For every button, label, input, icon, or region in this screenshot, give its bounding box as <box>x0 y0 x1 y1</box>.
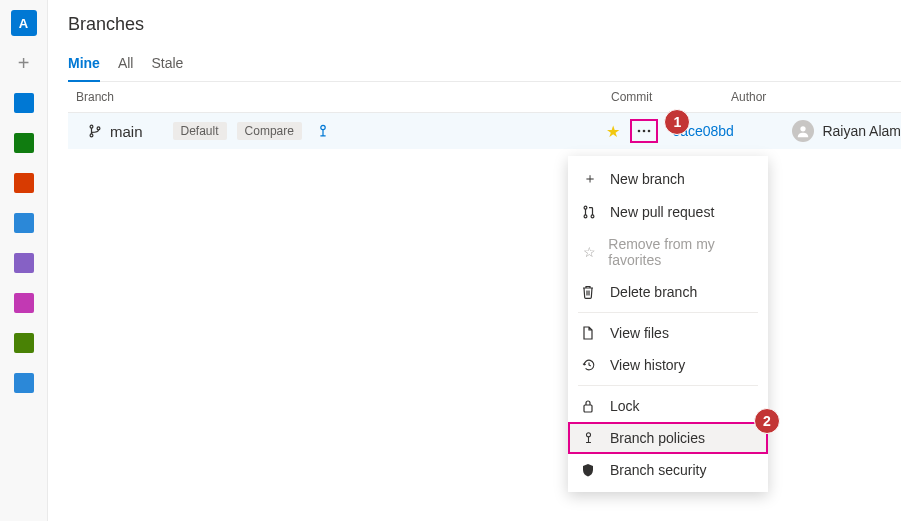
add-icon[interactable]: + <box>11 50 37 76</box>
page-title: Branches <box>68 14 901 35</box>
author-cell: Raiyan Alam <box>792 120 901 142</box>
pull-request-icon <box>582 205 598 219</box>
hourglass-icon[interactable] <box>11 370 37 396</box>
col-branch-header: Branch <box>76 90 611 104</box>
menu-label: Remove from my favorites <box>608 236 754 268</box>
annotation-callout-2: 2 <box>754 408 780 434</box>
history-icon <box>582 358 598 372</box>
menu-label: Delete branch <box>610 284 697 300</box>
menu-separator <box>578 312 758 313</box>
repos-icon[interactable] <box>11 130 37 156</box>
commit-link[interactable]: 0ace08bd <box>672 123 792 139</box>
branch-row[interactable]: main Default Compare ★ 1 0ace08bd Raiyan… <box>68 113 901 149</box>
avatar-icon <box>792 120 814 142</box>
rocket-icon[interactable] <box>11 210 37 236</box>
star-outline-icon: ☆ <box>582 244 596 260</box>
menu-view-history[interactable]: View history <box>568 349 768 381</box>
menu-label: Lock <box>610 398 640 414</box>
svg-point-4 <box>638 130 641 133</box>
boards-icon[interactable] <box>11 90 37 116</box>
svg-point-9 <box>584 215 587 218</box>
main-content: Branches Mine All Stale Branch Commit Au… <box>48 0 921 521</box>
trash-icon <box>582 285 598 299</box>
menu-label: View files <box>610 325 669 341</box>
menu-label: View history <box>610 357 685 373</box>
security-shield-icon <box>582 463 598 477</box>
menu-label: Branch security <box>610 462 706 478</box>
badge-compare: Compare <box>237 122 302 140</box>
menu-label: Branch policies <box>610 430 705 446</box>
svg-point-5 <box>643 130 646 133</box>
favorite-star-icon[interactable]: ★ <box>606 122 620 141</box>
more-options-button[interactable] <box>630 119 658 143</box>
svg-point-2 <box>97 127 100 130</box>
left-rail: A + <box>0 0 48 521</box>
svg-point-0 <box>90 125 93 128</box>
svg-point-12 <box>586 433 590 437</box>
menu-label: New pull request <box>610 204 714 220</box>
policy-icon <box>582 431 598 445</box>
col-commit-header: Commit <box>611 90 731 104</box>
svg-point-8 <box>584 206 587 209</box>
branch-context-menu: ＋ New branch New pull request ☆ Remove f… <box>568 156 768 492</box>
shield-icon[interactable] <box>11 330 37 356</box>
tab-stale[interactable]: Stale <box>151 49 183 81</box>
menu-new-branch[interactable]: ＋ New branch <box>568 162 768 196</box>
tab-all[interactable]: All <box>118 49 134 81</box>
branch-icon <box>88 124 102 138</box>
artifacts-icon[interactable] <box>11 290 37 316</box>
menu-lock[interactable]: Lock <box>568 390 768 422</box>
tabs: Mine All Stale <box>68 49 901 82</box>
menu-branch-security[interactable]: Branch security <box>568 454 768 486</box>
tab-mine[interactable]: Mine <box>68 49 100 81</box>
svg-point-7 <box>801 126 806 131</box>
menu-label: New branch <box>610 171 685 187</box>
branch-name[interactable]: main <box>110 123 143 140</box>
menu-separator <box>578 385 758 386</box>
testplans-icon[interactable] <box>11 250 37 276</box>
svg-point-10 <box>591 215 594 218</box>
policy-badge-icon <box>316 124 330 138</box>
column-headers: Branch Commit Author <box>68 82 901 113</box>
svg-point-6 <box>648 130 651 133</box>
plus-icon: ＋ <box>582 170 598 188</box>
menu-remove-favorite: ☆ Remove from my favorites <box>568 228 768 276</box>
menu-branch-policies[interactable]: Branch policies 2 <box>568 422 768 454</box>
menu-new-pull-request[interactable]: New pull request <box>568 196 768 228</box>
svg-point-1 <box>90 134 93 137</box>
svg-point-3 <box>321 125 325 129</box>
badge-default: Default <box>173 122 227 140</box>
lock-icon <box>582 399 598 413</box>
col-author-header: Author <box>731 90 901 104</box>
project-avatar[interactable]: A <box>11 10 37 36</box>
author-name: Raiyan Alam <box>822 123 901 139</box>
pipelines-icon[interactable] <box>11 170 37 196</box>
file-icon <box>582 326 598 340</box>
menu-view-files[interactable]: View files <box>568 317 768 349</box>
svg-rect-11 <box>584 405 592 412</box>
menu-delete-branch[interactable]: Delete branch <box>568 276 768 308</box>
